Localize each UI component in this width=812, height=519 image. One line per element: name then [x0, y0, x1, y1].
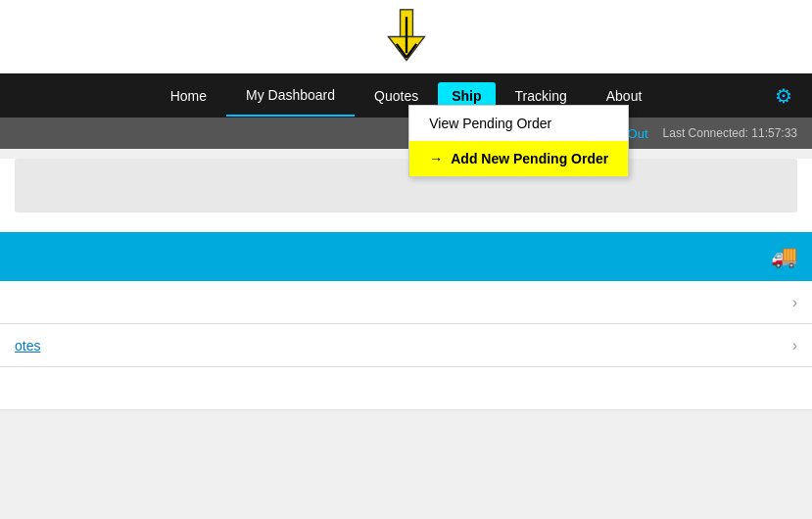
blue-section: 🚚: [0, 232, 812, 281]
list-row-empty-1[interactable]: ›: [0, 281, 812, 324]
chevron-right-icon-2: ›: [792, 337, 797, 354]
dropdown-item-add-pending[interactable]: → Add New Pending Order: [409, 141, 628, 176]
view-pending-label: View Pending Order: [429, 116, 551, 131]
gear-icon[interactable]: ⚙: [775, 84, 792, 108]
navbar: Home My Dashboard Quotes Ship View Pendi…: [0, 73, 812, 118]
navbar-items: Home My Dashboard Quotes Ship View Pendi…: [151, 75, 662, 117]
logo-area: [0, 0, 812, 73]
list-row-quotes[interactable]: otes ›: [0, 324, 812, 367]
dropdown-item-view-pending[interactable]: View Pending Order: [409, 106, 628, 141]
subheader: Sign Out Last Connected: 11:57:33: [0, 118, 812, 149]
truck-icon: 🚚: [771, 244, 797, 269]
quotes-link[interactable]: otes: [15, 338, 40, 354]
arrow-right-icon: →: [429, 151, 443, 166]
search-area: [15, 159, 797, 212]
timestamp: Last Connected: 11:57:33: [663, 126, 797, 140]
main-content: 🚚 › otes ›: [0, 159, 812, 410]
logo-icon: [382, 8, 431, 67]
ship-dropdown-container: Ship View Pending Order → Add New Pendin…: [438, 87, 495, 105]
list-row-empty-2: [0, 367, 812, 410]
nav-item-home[interactable]: Home: [151, 76, 226, 116]
nav-item-my-dashboard[interactable]: My Dashboard: [226, 75, 355, 117]
ship-dropdown-menu: View Pending Order → Add New Pending Ord…: [408, 105, 629, 177]
add-pending-label: Add New Pending Order: [451, 151, 608, 166]
chevron-right-icon-1: ›: [792, 294, 797, 311]
